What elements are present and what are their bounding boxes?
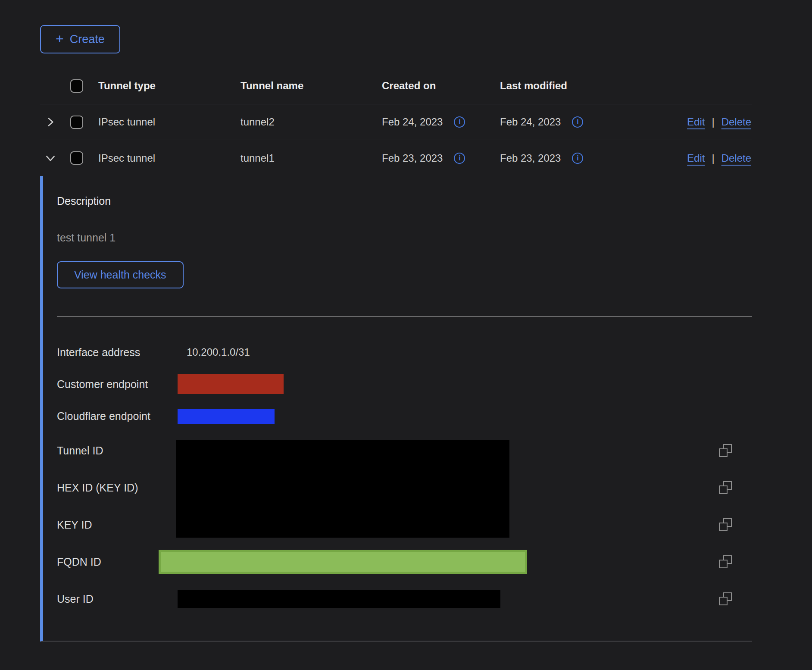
table-row: IPsec tunnel tunnel2 Feb 24, 2023 i Feb … [40,104,752,140]
user-id-row: User ID [57,580,752,617]
tunnel-ids-group: Tunnel ID HEX ID (KEY ID) KEY ID [57,432,752,543]
tunnels-page: + Create Tunnel type Tunnel name Created… [40,0,752,642]
copy-icon[interactable] [719,555,732,568]
user-id-label: User ID [57,593,176,605]
row-checkbox[interactable] [70,116,83,129]
table-row: IPsec tunnel tunnel1 Feb 23, 2023 i Feb … [40,140,752,176]
cloudflare-endpoint-redacted-value [178,409,275,424]
info-icon[interactable]: i [454,153,465,164]
link-separator: | [712,152,714,164]
header-created-on: Created on [382,80,500,92]
hex-id-label: HEX ID (KEY ID) [57,469,176,506]
description-label: Description [57,195,752,207]
header-created-on-label: Created on [382,80,436,92]
user-id-redacted-value [178,590,500,608]
create-button-label: Create [70,33,105,46]
tunnel-name-cell: tunnel2 [240,116,382,128]
plus-icon: + [56,32,64,46]
tunnel-type-cell: IPsec tunnel [98,116,240,128]
row-checkbox[interactable] [70,151,83,165]
customer-endpoint-label: Customer endpoint [57,378,176,391]
header-tunnel-type: Tunnel type [98,80,240,92]
create-button[interactable]: + Create [40,25,120,53]
last-modified-value: Feb 23, 2023 [500,152,561,164]
copy-icon[interactable] [719,592,732,605]
interface-address-value: 10.200.1.0/31 [176,346,250,358]
created-on-value: Feb 24, 2023 [382,116,443,128]
last-modified-value: Feb 24, 2023 [500,116,561,128]
ids-redacted-value [176,440,509,538]
info-icon[interactable]: i [572,116,583,128]
cloudflare-endpoint-row: Cloudflare endpoint [57,400,752,432]
header-last-modified: Last modified [500,80,643,92]
delete-link[interactable]: Delete [721,152,751,164]
cloudflare-endpoint-label: Cloudflare endpoint [57,410,176,423]
edit-link[interactable]: Edit [687,116,705,128]
header-tunnel-name: Tunnel name [240,80,382,92]
info-icon[interactable]: i [572,153,583,164]
link-separator: | [712,116,714,128]
fqdn-id-row: FQDN ID [57,543,752,580]
interface-address-label: Interface address [57,346,176,359]
tunnel-name-cell: tunnel1 [240,152,382,164]
view-health-checks-button[interactable]: View health checks [57,261,184,288]
fqdn-id-redacted-value [159,550,527,574]
created-on-value: Feb 23, 2023 [382,152,443,164]
info-icon[interactable]: i [454,116,465,128]
chevron-down-icon[interactable] [44,152,56,164]
edit-link[interactable]: Edit [687,152,705,164]
chevron-right-icon[interactable] [44,116,56,128]
tunnels-table: Tunnel type Tunnel name Created on Last … [40,68,752,642]
copy-icon[interactable] [719,481,732,494]
section-divider [57,316,752,316]
customer-endpoint-redacted-value [178,374,284,394]
tunnel-type-cell: IPsec tunnel [98,152,240,164]
header-last-modified-label: Last modified [500,80,567,92]
key-id-label: KEY ID [57,506,176,543]
copy-icon[interactable] [719,444,732,457]
table-header-row: Tunnel type Tunnel name Created on Last … [40,68,752,104]
description-value: test tunnel 1 [57,232,752,244]
customer-endpoint-row: Customer endpoint [57,368,752,400]
tunnel-detail-panel: Description test tunnel 1 View health ch… [40,176,752,642]
tunnel-id-label: Tunnel ID [57,432,176,469]
interface-address-row: Interface address 10.200.1.0/31 [57,336,752,368]
copy-icon[interactable] [719,518,732,531]
fqdn-id-label: FQDN ID [57,556,176,568]
select-all-checkbox[interactable] [70,79,83,93]
delete-link[interactable]: Delete [721,116,751,128]
